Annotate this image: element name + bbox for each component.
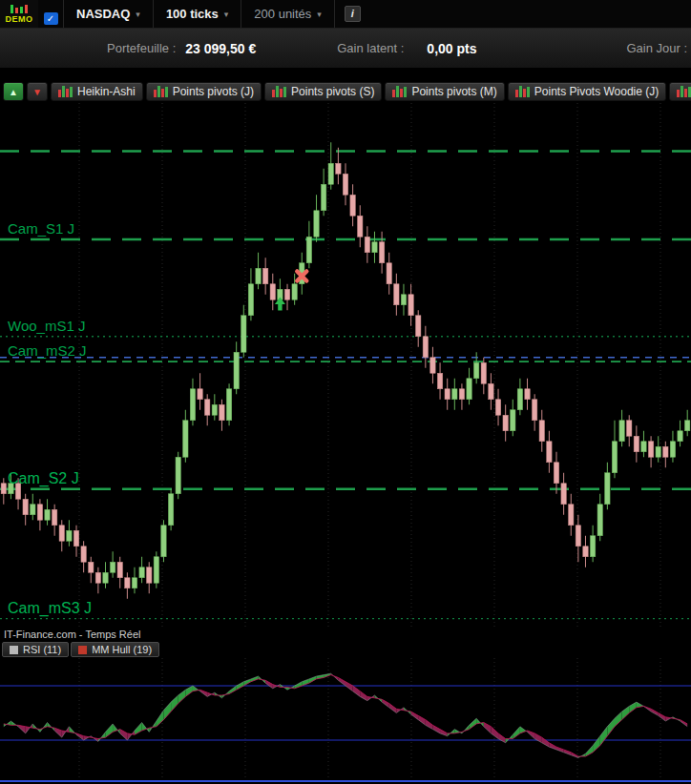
info-icon[interactable]: i <box>345 6 361 22</box>
day-gain-label: Gain Jour : <box>626 41 687 55</box>
chevron-down-icon: ▾ <box>136 10 140 19</box>
svg-text:Cam_S2 J: Cam_S2 J <box>8 470 79 487</box>
oscillator-legend: RSI (11) MM Hull (19) <box>2 642 159 657</box>
down-arrow-button[interactable]: ▼ <box>27 82 48 101</box>
candles-icon <box>154 86 168 97</box>
indicator-button-label: Points pivots (J) <box>173 85 254 98</box>
price-chart-canvas[interactable]: Cam_S1 JWoo_mS1 JCam_mS2 JCam_S2 JCam_mS… <box>0 103 691 628</box>
legend-swatch-rsi <box>10 646 18 654</box>
quantity-selector[interactable]: 200 unités ▾ <box>241 0 334 28</box>
chart-footer: IT-Finance.com - Temps Réel RSI (11) MM … <box>0 628 691 658</box>
info-cell: i <box>334 0 370 28</box>
indicator-button-label: Points pivots (M) <box>411 85 496 98</box>
indicator-button-label: Heikin-Ashi <box>77 85 136 98</box>
indicator-toolbar: ▲ ▼ Heikin-Ashi Points pivots (J) Points… <box>0 80 691 103</box>
svg-text:Cam_mS3 J: Cam_mS3 J <box>8 600 92 617</box>
legend-mm-hull-button[interactable]: MM Hull (19) <box>71 642 159 657</box>
legend-rsi-label: RSI (11) <box>23 644 61 655</box>
chevron-down-icon: ▾ <box>317 10 322 19</box>
demo-candles-icon <box>10 4 28 13</box>
spacer <box>0 69 691 80</box>
rsi-chart-canvas[interactable] <box>0 658 691 780</box>
trading-app: DEMO ✓ NASDAQ ▾ 100 ticks ▾ 200 unités ▾… <box>0 0 691 784</box>
svg-text:Cam_S1 J: Cam_S1 J <box>8 220 74 237</box>
instrument-label: NASDAQ <box>76 7 130 21</box>
indicator-button-heikin-ashi[interactable]: Heikin-Ashi <box>51 82 143 101</box>
latent-gain-group: Gain latent : 0,00 pts <box>337 41 476 56</box>
latent-gain-value: 0,00 pts <box>427 41 476 56</box>
portfolio-value: 23 099,50 € <box>185 41 256 56</box>
rsi-panel[interactable] <box>0 658 691 780</box>
chevron-down-icon: ▾ <box>224 10 229 19</box>
demo-account-badge[interactable]: DEMO <box>0 0 38 28</box>
connection-status-icon[interactable]: ✓ <box>44 12 58 25</box>
indicator-button-points-pivots-woodie-j[interactable]: Points Pivots Woodie (J) <box>508 82 667 101</box>
legend-rsi-button[interactable]: RSI (11) <box>2 642 69 657</box>
down-arrow-icon: ▼ <box>32 87 42 97</box>
svg-text:Cam_mS2 J: Cam_mS2 J <box>8 342 87 359</box>
svg-text:Woo_mS1 J: Woo_mS1 J <box>8 318 85 334</box>
candles-icon <box>58 86 73 97</box>
account-bar: Portefeuille : 23 099,50 € Gain latent :… <box>0 29 691 69</box>
candles-icon <box>392 86 407 97</box>
legend-mm-hull-label: MM Hull (19) <box>92 644 152 655</box>
demo-badge-label: DEMO <box>6 14 33 24</box>
top-toolbar: DEMO ✓ NASDAQ ▾ 100 ticks ▾ 200 unités ▾… <box>0 0 691 29</box>
candles-icon <box>272 86 286 97</box>
up-arrow-icon: ▲ <box>9 87 18 97</box>
portfolio-group: Portefeuille : 23 099,50 € <box>107 41 256 56</box>
indicator-button-points-pivots-m[interactable]: Points pivots (M) <box>385 82 504 101</box>
quantity-label: 200 unités <box>254 7 311 21</box>
timeframe-selector[interactable]: 100 ticks ▾ <box>153 0 241 28</box>
timeframe-label: 100 ticks <box>166 7 219 21</box>
candles-icon <box>515 86 530 97</box>
status-cell: ✓ <box>38 0 63 28</box>
portfolio-label: Portefeuille : <box>107 41 176 55</box>
price-chart[interactable]: Cam_S1 JWoo_mS1 JCam_mS2 JCam_S2 JCam_mS… <box>0 103 691 628</box>
day-gain-group: Gain Jour : <box>626 41 691 55</box>
candles-icon <box>677 86 691 97</box>
indicator-button-label: Points Pivots Woodie (J) <box>534 85 660 98</box>
legend-swatch-mm-hull <box>78 646 87 654</box>
indicator-button-label: Points pivots (S) <box>291 85 374 98</box>
instrument-selector[interactable]: NASDAQ ▾ <box>63 0 153 28</box>
panel-divider <box>0 780 691 784</box>
up-arrow-button[interactable]: ▲ <box>3 82 24 101</box>
latent-gain-label: Gain latent : <box>337 41 404 55</box>
indicator-button-truncated[interactable]: P <box>669 82 691 101</box>
indicator-button-points-pivots-j[interactable]: Points pivots (J) <box>146 82 262 101</box>
indicator-button-points-pivots-s[interactable]: Points pivots (S) <box>264 82 382 101</box>
watermark: IT-Finance.com - Temps Réel <box>4 629 140 640</box>
